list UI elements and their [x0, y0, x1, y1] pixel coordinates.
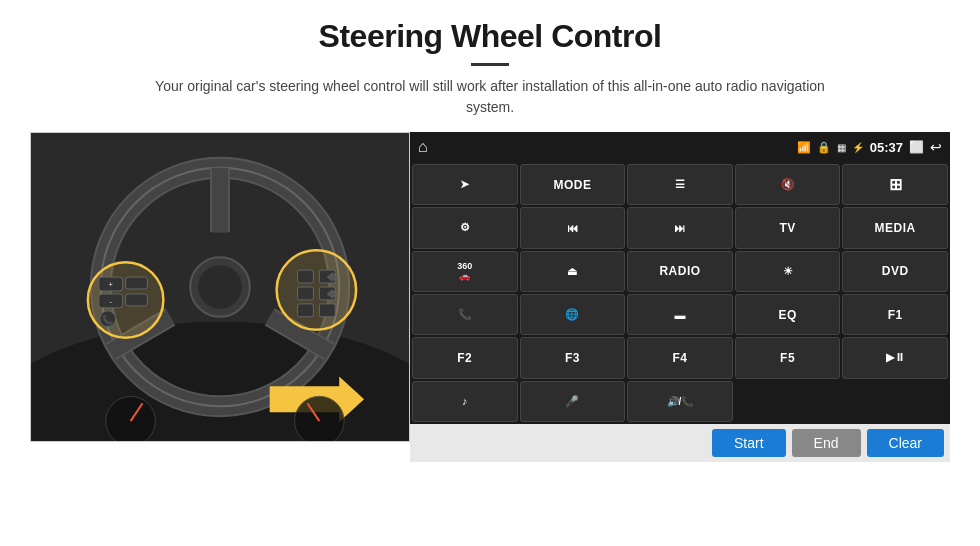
- f4-button[interactable]: F4: [627, 337, 733, 378]
- svg-point-12: [198, 265, 242, 309]
- apps-button[interactable]: ⊞: [842, 164, 948, 205]
- empty-btn-2: [842, 381, 948, 422]
- prev-button[interactable]: ⏮: [520, 207, 626, 248]
- sd-icon: ▦: [837, 142, 846, 153]
- end-button[interactable]: End: [792, 429, 861, 457]
- eject-button[interactable]: ⏏: [520, 251, 626, 292]
- mute-button[interactable]: 🔇: [735, 164, 841, 205]
- mode-button[interactable]: MODE: [520, 164, 626, 205]
- svg-text:-: -: [110, 298, 112, 305]
- svg-point-22: [277, 250, 356, 329]
- f3-button[interactable]: F3: [520, 337, 626, 378]
- svg-rect-28: [319, 304, 335, 317]
- status-time: 05:37: [870, 140, 903, 155]
- nav-arrow-button[interactable]: ➤: [412, 164, 518, 205]
- dvd-button[interactable]: DVD: [842, 251, 948, 292]
- svg-point-33: [295, 396, 345, 441]
- content-area: + - 📞: [30, 132, 950, 462]
- page-wrapper: Steering Wheel Control Your original car…: [0, 0, 980, 546]
- action-bar: Start End Clear: [410, 424, 950, 462]
- radio-button[interactable]: RADIO: [627, 251, 733, 292]
- mic-button[interactable]: 🎤: [520, 381, 626, 422]
- svg-rect-23: [297, 270, 313, 283]
- empty-btn-1: [735, 381, 841, 422]
- svg-rect-25: [297, 287, 313, 300]
- media-button[interactable]: MEDIA: [842, 207, 948, 248]
- music-button[interactable]: ♪: [412, 381, 518, 422]
- phone-button[interactable]: 📞: [412, 294, 518, 335]
- next-button[interactable]: ⏭: [627, 207, 733, 248]
- status-bar: ⌂ 📶 🔒 ▦ ⚡ 05:37 ⬜ ↩: [410, 132, 950, 162]
- svg-rect-19: [126, 294, 148, 306]
- svg-point-32: [106, 396, 156, 441]
- lock-icon: 🔒: [817, 141, 831, 154]
- control-panel: ⌂ 📶 🔒 ▦ ⚡ 05:37 ⬜ ↩ ➤ MODE ☰ 🔇 ⊞: [410, 132, 950, 462]
- settings-button[interactable]: ⚙: [412, 207, 518, 248]
- screen-icon: ⬜: [909, 140, 924, 154]
- start-button[interactable]: Start: [712, 429, 786, 457]
- title-divider: [471, 63, 509, 66]
- svg-rect-18: [126, 277, 148, 289]
- tv-button[interactable]: TV: [735, 207, 841, 248]
- web-button[interactable]: 🌐: [520, 294, 626, 335]
- cam360-button[interactable]: 360🚗: [412, 251, 518, 292]
- steering-wheel-image: + - 📞: [30, 132, 410, 442]
- svg-text:+: +: [109, 281, 113, 288]
- page-title: Steering Wheel Control: [319, 18, 662, 55]
- f1-button[interactable]: F1: [842, 294, 948, 335]
- button-grid: ➤ MODE ☰ 🔇 ⊞ ⚙ ⏮ ⏭ TV MEDIA 360🚗 ⏏ RADIO…: [410, 162, 950, 424]
- window-button[interactable]: ▬: [627, 294, 733, 335]
- svg-text:📞: 📞: [102, 314, 114, 326]
- svg-rect-27: [297, 304, 313, 317]
- subtitle: Your original car's steering wheel contr…: [150, 76, 830, 118]
- wifi-icon: 📶: [797, 141, 811, 154]
- home-icon[interactable]: ⌂: [418, 138, 428, 156]
- list-button[interactable]: ☰: [627, 164, 733, 205]
- f5-button[interactable]: F5: [735, 337, 841, 378]
- eq-button[interactable]: EQ: [735, 294, 841, 335]
- clear-button[interactable]: Clear: [867, 429, 944, 457]
- vol-phone-button[interactable]: 🔊/📞: [627, 381, 733, 422]
- brightness-button[interactable]: ☀: [735, 251, 841, 292]
- f2-button[interactable]: F2: [412, 337, 518, 378]
- back-icon[interactable]: ↩: [930, 139, 942, 155]
- playpause-button[interactable]: ▶⏸: [842, 337, 948, 378]
- status-icons: 📶 🔒 ▦ ⚡ 05:37 ⬜ ↩: [797, 139, 942, 155]
- bluetooth-icon: ⚡: [852, 142, 864, 153]
